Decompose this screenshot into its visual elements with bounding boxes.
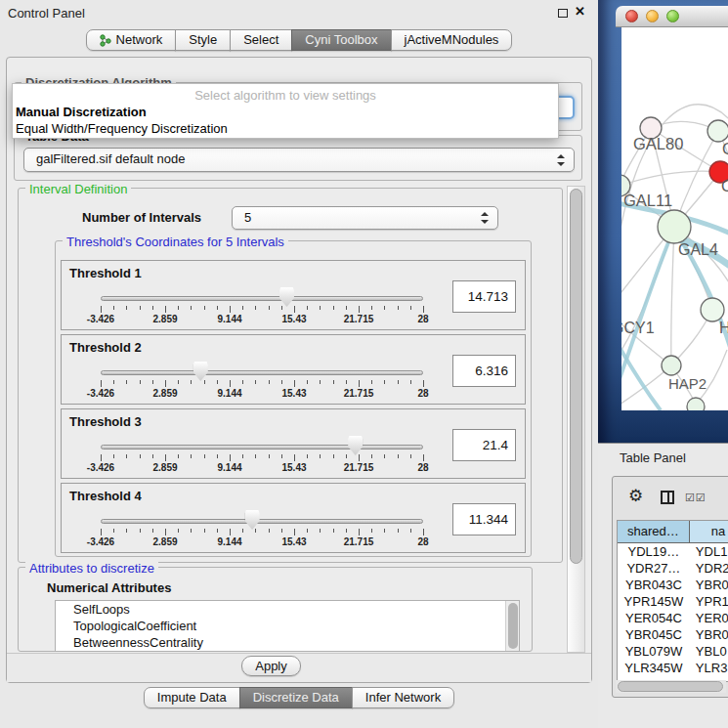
network-canvas[interactable]: GAL80GGAL11CGAL4GCY1HHAP2 [621, 27, 728, 410]
slider-tick [320, 380, 321, 384]
network-edge-thick[interactable] [621, 330, 661, 410]
slider-tick-label: 15.43 [281, 536, 306, 547]
slider-tick-label: -3.426 [87, 462, 114, 473]
slider-tick [281, 380, 282, 384]
select-columns-icon[interactable]: ☑☑ [685, 492, 707, 504]
tab-impute-data[interactable]: Impute Data [144, 687, 240, 708]
table-cell: YER054C [618, 610, 690, 626]
slider-tick [178, 454, 179, 458]
threshold-box-4: Threshold 4-3.4262.8599.14415.4321.71528… [61, 483, 526, 553]
slider-tick [165, 529, 166, 535]
slider-tick [242, 454, 243, 458]
num-intervals-combobox[interactable]: 5 [232, 206, 498, 230]
network-node-label: GAL4 [678, 241, 718, 258]
tab-network[interactable]: Network [86, 29, 177, 51]
node-h[interactable] [701, 298, 724, 321]
network-edge[interactable] [671, 227, 674, 365]
slider-tick [140, 306, 141, 310]
slider-tick [217, 306, 218, 310]
threshold-value-field[interactable]: 11.344 [452, 503, 516, 535]
panel-scrollbar[interactable] [567, 186, 585, 653]
slider-thumb[interactable] [348, 436, 363, 455]
slider-tick [191, 454, 192, 458]
slider-tick [281, 529, 282, 533]
table-rows: YDL19…YDL1YDR27…YDR2YBR043CYBR0YPR145WYP… [618, 543, 728, 681]
tab-select[interactable]: Select [230, 29, 292, 51]
gear-icon[interactable]: ⚙ [628, 486, 643, 506]
slider-tick-label: 28 [417, 462, 428, 473]
slider-tick [113, 529, 114, 533]
threshold-value-field[interactable]: 6.316 [452, 355, 516, 387]
slider-tick [371, 454, 372, 458]
list-scrollbar-thumb[interactable] [508, 603, 518, 649]
slider-tick [384, 306, 385, 310]
node-gal4[interactable] [658, 210, 691, 243]
algorithm-popup: Select algorithm to view settings Manual… [12, 83, 559, 139]
tab-jactivemnodules[interactable]: jActiveMNodules [391, 29, 513, 51]
attribute-list-item[interactable]: SelfLoops [56, 601, 519, 618]
slider-tick [152, 380, 153, 384]
table-row[interactable]: YDR27…YDR2 [618, 560, 728, 577]
slider-track[interactable] [101, 296, 423, 301]
column-header[interactable]: na [690, 521, 728, 542]
slider-tick [217, 529, 218, 533]
panel-scrollbar-thumb[interactable] [570, 189, 582, 564]
slider-tick [101, 454, 102, 461]
list-scrollbar[interactable] [505, 601, 519, 651]
float-panel-icon[interactable] [558, 9, 568, 18]
table-row[interactable]: YBL079WYBL0 [618, 643, 728, 660]
threshold-value-field[interactable]: 21.4 [452, 429, 516, 461]
tab-discretize-data[interactable]: Discretize Data [239, 687, 353, 708]
minimize-traffic-light-icon[interactable] [646, 10, 659, 22]
table-row[interactable]: YER054CYER0 [618, 610, 728, 626]
table-hscrollbar[interactable] [616, 680, 726, 693]
tab-cyni-toolbox[interactable]: Cyni Toolbox [291, 29, 391, 51]
attribute-list-item[interactable]: TopologicalCoefficient [56, 618, 519, 634]
slider-tick [333, 529, 334, 533]
columns-icon[interactable] [661, 491, 674, 504]
table-row[interactable]: YBR045CYBR0 [618, 626, 728, 643]
slider-thumb[interactable] [245, 510, 260, 530]
slider-tick [281, 454, 282, 458]
slider-tick-label: 2.859 [152, 314, 177, 324]
slider-tick-label: 9.144 [217, 536, 241, 547]
table-row[interactable]: YLR345WYLR3 [618, 660, 728, 676]
popup-option-equal-width-frequency[interactable]: Equal Width/Frequency Discretization [13, 120, 558, 137]
tab-style[interactable]: Style [175, 29, 231, 51]
slider-track[interactable] [101, 519, 423, 524]
close-icon[interactable]: ✕ [575, 4, 585, 19]
numerical-attributes-heading: Numerical Attributes [47, 580, 171, 595]
node-top-right[interactable] [707, 120, 728, 142]
slider-tick [398, 454, 399, 458]
tab-infer-network[interactable]: Infer Network [352, 687, 454, 708]
slider-thumb[interactable] [193, 362, 208, 381]
popup-option-manual-discretization[interactable]: Manual Discretization [13, 104, 558, 120]
threshold-label: Threshold 4 [69, 489, 142, 503]
apply-button[interactable]: Apply [241, 656, 301, 676]
slider-tick-label: 15.43 [281, 314, 306, 324]
column-header[interactable]: shared… [618, 521, 690, 542]
node-bottom[interactable] [687, 398, 705, 410]
table-header-row: shared…na [618, 521, 728, 543]
table-cell: YBL079W [618, 643, 690, 660]
zoom-traffic-light-icon[interactable] [666, 10, 679, 22]
slider-thumb[interactable] [279, 287, 294, 307]
slider-track[interactable] [101, 370, 423, 375]
close-traffic-light-icon[interactable] [625, 10, 638, 22]
network-window-titlebar[interactable] [616, 6, 728, 27]
table-row[interactable]: YBR043CYBR0 [618, 577, 728, 593]
network-node-label: C [721, 178, 728, 194]
slider-track[interactable] [101, 445, 423, 450]
table-data-combobox[interactable]: galFiltered.sif default node [23, 148, 575, 172]
numerical-attributes-list[interactable]: SelfLoopsTopologicalCoefficientBetweenne… [55, 600, 520, 652]
table-cell: YBR0 [690, 577, 728, 593]
table-row[interactable]: YPR145WYPR1 [618, 593, 728, 610]
table-row[interactable]: YDL19…YDL1 [618, 543, 728, 560]
slider-tick [269, 380, 270, 384]
slider-tick [152, 529, 153, 533]
slider-tick [140, 454, 141, 458]
attribute-list-item[interactable]: BetweennessCentrality [56, 634, 519, 651]
table-hscrollbar-thumb[interactable] [618, 681, 723, 692]
node-hap2[interactable] [662, 356, 681, 375]
threshold-value-field[interactable]: 14.713 [452, 280, 516, 313]
